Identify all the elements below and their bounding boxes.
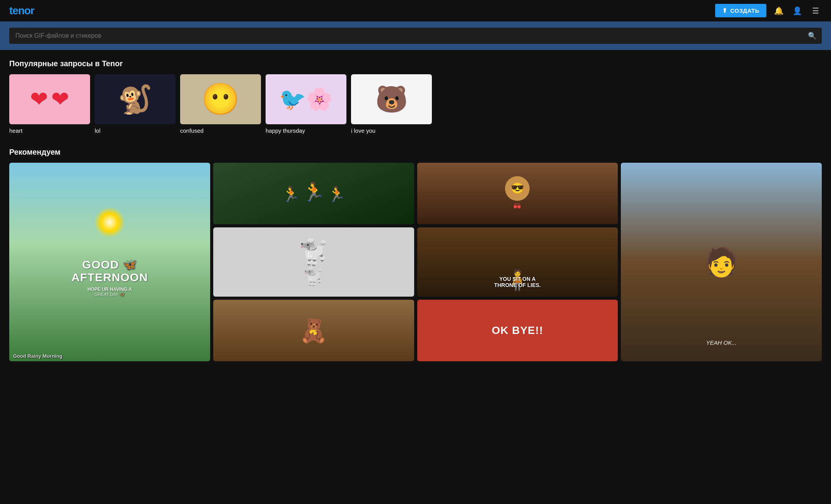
gif-tile-3d-glasses[interactable]: 😎 🕶 — [417, 163, 618, 224]
popular-queries-section: Популярные запросы в Tenor ❤ ❤ heart 🐒 — [9, 59, 822, 134]
confused-face: 😶 — [201, 81, 240, 117]
query-card-lol-label: lol — [95, 127, 176, 134]
search-input[interactable] — [9, 28, 822, 44]
3d-glasses-emoji: 😎 — [511, 182, 524, 195]
gif-tile-ok-bye[interactable]: OK BYE!! — [417, 300, 618, 361]
query-card-lol[interactable]: 🐒 lol — [95, 74, 176, 134]
query-card-heart-label: heart — [9, 127, 90, 134]
query-card-i-love-you-img: 🐻 — [351, 74, 432, 124]
bird-emoji: 🐦🌸 — [279, 87, 333, 112]
throne-of-lies-text: YOU SIT ON ATHRONE OF LIES. — [490, 272, 545, 292]
bear-cute-emoji: 🐻 — [375, 84, 408, 115]
recommended-section: Рекомендуем GOOD 🦋 AFTERNOON HOPE UR HAV… — [9, 148, 822, 361]
header: tenor ⬆ СОЗДАТЬ 🔔 👤 ☰ — [0, 0, 831, 22]
search-section: 🔍 — [0, 22, 831, 50]
query-card-i-love-you-label: i love you — [351, 127, 432, 134]
profile-icon[interactable]: 👤 — [791, 5, 803, 17]
lol-emoji: 🐒 — [118, 83, 152, 116]
good-afternoon-text: GOOD 🦋 — [71, 258, 148, 271]
menu-icon[interactable]: ☰ — [809, 5, 822, 17]
query-card-heart[interactable]: ❤ ❤ heart — [9, 74, 90, 134]
create-label: СОЗДАТЬ — [730, 7, 759, 14]
search-bar-wrapper: 🔍 — [9, 28, 822, 44]
query-card-heart-img: ❤ ❤ — [9, 74, 90, 124]
ok-bye-text: OK BYE!! — [492, 324, 543, 337]
notification-icon[interactable]: 🔔 — [772, 5, 785, 17]
gif-tile-white-dog[interactable]: 🐩 🐩 — [213, 227, 414, 297]
query-card-lol-img: 🐒 — [95, 74, 176, 124]
yeah-ok-text: YEAH OK... — [706, 339, 737, 346]
create-button[interactable]: ⬆ СОЗДАТЬ — [715, 4, 766, 17]
query-card-i-love-you[interactable]: 🐻 i love you — [351, 74, 432, 134]
gif-tile-football[interactable]: 🏃 🏃 🏃 — [213, 163, 414, 224]
query-card-confused-label: confused — [180, 127, 261, 134]
popular-section-title: Популярные запросы в Tenor — [9, 59, 822, 68]
afternoon-text: AFTERNOON — [71, 271, 148, 284]
heart-symbol: ❤ — [30, 88, 48, 110]
dog-emoji: 🐩 — [298, 238, 329, 267]
woman-silhouette: 🧑 — [704, 246, 739, 279]
gif-tile-throne-of-lies[interactable]: 🧍 YOU SIT ON ATHRONE OF LIES. — [417, 227, 618, 297]
hope-text: HOPE UR HAVING A — [71, 287, 148, 292]
query-card-happy-thursday-label: happy thursday — [266, 127, 346, 134]
search-icon: 🔍 — [808, 32, 816, 40]
rainy-morning-label: Good Rainy Morning — [13, 353, 62, 359]
gif-tile-woman-yeah-ok[interactable]: 🧑 YEAH OK... — [621, 163, 822, 361]
bear-face-emoji: 🧸 — [299, 317, 328, 344]
header-right: ⬆ СОЗДАТЬ 🔔 👤 ☰ — [715, 4, 822, 17]
query-card-happy-thursday-img: 🐦🌸 — [266, 74, 346, 124]
heart-symbol-2: ❤ — [51, 88, 69, 110]
3d-glasses-icon: 🕶 — [513, 202, 521, 211]
recommended-section-title: Рекомендуем — [9, 148, 822, 157]
query-card-confused-img: 😶 — [180, 74, 261, 124]
search-button[interactable]: 🔍 — [808, 32, 816, 40]
logo: tenor — [9, 5, 34, 17]
popular-queries-list: ❤ ❤ heart 🐒 lol 😶 — [9, 74, 822, 134]
recommended-grid: GOOD 🦋 AFTERNOON HOPE UR HAVING A GREAT … — [9, 163, 822, 361]
gif-tile-good-afternoon[interactable]: GOOD 🦋 AFTERNOON HOPE UR HAVING A GREAT … — [9, 163, 210, 361]
gif-tile-teddy-bear[interactable]: 🧸 — [213, 300, 414, 361]
main-content: Популярные запросы в Tenor ❤ ❤ heart 🐒 — [0, 50, 831, 370]
query-card-confused[interactable]: 😶 confused — [180, 74, 261, 134]
query-card-happy-thursday[interactable]: 🐦🌸 happy thursday — [266, 74, 346, 134]
upload-icon: ⬆ — [722, 7, 727, 14]
dog-emoji-2: 🐩 — [303, 267, 324, 287]
great-day-text: GREAT DAY 🦋 — [71, 292, 148, 297]
